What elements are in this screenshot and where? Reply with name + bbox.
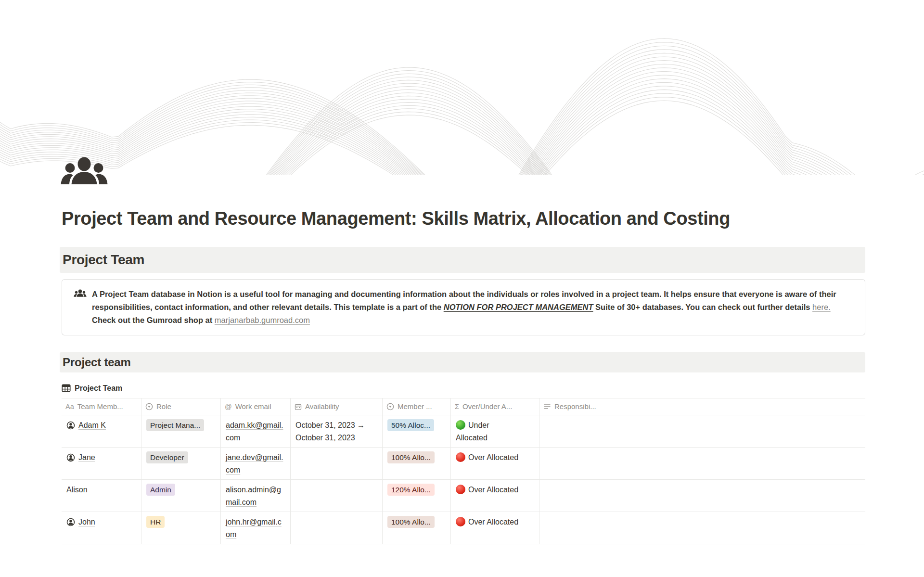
email-value: jane.dev@gmail.com <box>226 453 283 474</box>
heading-project-team-label: Project Team <box>63 252 144 267</box>
column-header-role[interactable]: Role <box>141 398 221 415</box>
heading-project-team: Project Team <box>60 247 865 273</box>
heading-project-team-lower-label: Project team <box>63 356 131 369</box>
cell-role[interactable]: Project Mana... <box>141 415 221 447</box>
cell-responsibility[interactable] <box>539 415 865 447</box>
person-icon <box>66 453 75 462</box>
cell-over-under-allocation[interactable]: Over Allocated <box>451 448 539 479</box>
red-circle-icon <box>456 452 465 462</box>
link-here[interactable]: here. <box>812 303 831 311</box>
title-icon: Aa <box>65 403 74 410</box>
cell-member-allocation[interactable]: 100% Allo... <box>383 512 451 544</box>
availability-value: October 31, 2023 → October 31, 2023 <box>295 421 365 442</box>
member-name: Jane <box>78 451 95 464</box>
allocation-tag: 100% Allo... <box>387 451 435 463</box>
select-icon <box>145 403 153 410</box>
formula-icon: Σ <box>455 403 459 410</box>
cell-team-member[interactable]: Jane <box>62 448 141 479</box>
cell-team-member[interactable]: John <box>62 512 141 544</box>
column-header-team-member[interactable]: Aa Team Memb... <box>62 398 141 415</box>
cell-responsibility[interactable] <box>539 480 865 512</box>
link-notion-for-project-management[interactable]: NOTION FOR PROJECT MANAGEMENT <box>444 303 593 311</box>
column-header-responsibility[interactable]: Responsibi... <box>539 398 865 415</box>
callout-text: A Project Team database in Notion is a u… <box>92 288 854 327</box>
cell-role[interactable]: HR <box>141 512 221 544</box>
status-value: Over Allocated <box>456 516 521 528</box>
cell-work-email[interactable]: adam.kk@gmail.com <box>221 415 291 447</box>
email-value: adam.kk@gmail.com <box>226 421 283 442</box>
column-header-availability[interactable]: Availability <box>291 398 383 415</box>
wave-pattern <box>0 0 924 175</box>
cell-role[interactable]: Developer <box>141 448 221 479</box>
column-label: Work email <box>235 400 271 413</box>
status-value: Under Allocated <box>456 419 521 444</box>
callout-body: Check out the Gumroad shop at <box>92 316 215 324</box>
cell-responsibility[interactable] <box>539 512 865 544</box>
allocation-tag: 100% Allo... <box>387 516 435 528</box>
cell-over-under-allocation[interactable]: Over Allocated <box>451 512 539 544</box>
allocation-tag: 50% Alloc... <box>387 419 434 431</box>
cell-responsibility[interactable] <box>539 448 865 479</box>
cell-over-under-allocation[interactable]: Under Allocated <box>451 415 539 447</box>
heading-project-team-lower: Project team <box>60 352 865 372</box>
cell-member-allocation[interactable]: 50% Alloc... <box>383 415 451 447</box>
cell-work-email[interactable]: jane.dev@gmail.com <box>221 448 291 479</box>
column-label: Over/Under A... <box>462 400 512 413</box>
column-label: Role <box>156 400 171 413</box>
role-tag: Admin <box>146 484 175 496</box>
green-circle-icon <box>456 420 465 430</box>
role-tag: Developer <box>146 451 188 463</box>
callout: A Project Team database in Notion is a u… <box>62 279 865 335</box>
role-tag: HR <box>146 516 165 528</box>
column-label: Team Memb... <box>77 400 123 413</box>
status-value: Over Allocated <box>456 484 521 496</box>
cover-image <box>0 0 924 175</box>
link-gumroad[interactable]: marjanarbab.gumroad.com <box>215 316 310 324</box>
project-team-table: Aa Team Memb... Role @ Work email <box>62 398 865 544</box>
email-icon: @ <box>225 403 232 410</box>
callout-body: Suite of 30+ databases. You can check ou… <box>593 303 813 311</box>
person-icon <box>66 518 75 526</box>
member-name: John <box>78 516 95 528</box>
status-label: Over Allocated <box>468 453 518 462</box>
table-row: Jane Developer jane.dev@gmail.com 100% A… <box>62 448 865 480</box>
cell-work-email[interactable]: john.hr@gmail.com <box>221 512 291 544</box>
table-row: Alison Admin alison.admin@gmail.com 120%… <box>62 480 865 512</box>
red-circle-icon <box>456 517 465 526</box>
page-title[interactable]: Project Team and Resource Management: Sk… <box>62 208 865 229</box>
column-header-member-allocation[interactable]: Member ... <box>383 398 451 415</box>
people-group-icon <box>74 288 87 327</box>
select-icon <box>386 403 394 410</box>
member-name: Alison <box>66 484 88 496</box>
cell-role[interactable]: Admin <box>141 480 221 512</box>
text-icon <box>543 403 551 410</box>
cell-availability[interactable] <box>291 480 383 512</box>
cell-availability[interactable] <box>291 512 383 544</box>
person-icon <box>66 421 75 430</box>
column-header-work-email[interactable]: @ Work email <box>221 398 291 415</box>
table-header-row: Aa Team Memb... Role @ Work email <box>62 398 865 415</box>
email-value: alison.admin@gmail.com <box>226 486 281 506</box>
table-icon <box>62 384 71 393</box>
cell-availability[interactable] <box>291 448 383 479</box>
allocation-tag: 120% Allo... <box>387 484 435 496</box>
cell-member-allocation[interactable]: 120% Allo... <box>383 480 451 512</box>
email-value: john.hr@gmail.com <box>226 518 282 539</box>
column-label: Responsibi... <box>554 400 596 413</box>
cell-team-member[interactable]: Adam K <box>62 415 141 447</box>
status-label: Over Allocated <box>468 518 518 526</box>
cell-work-email[interactable]: alison.admin@gmail.com <box>221 480 291 512</box>
date-icon <box>295 403 302 410</box>
cell-over-under-allocation[interactable]: Over Allocated <box>451 480 539 512</box>
role-tag: Project Mana... <box>146 419 204 431</box>
status-value: Over Allocated <box>456 451 521 464</box>
column-label: Availability <box>305 400 339 413</box>
column-header-over-under-allocation[interactable]: Σ Over/Under A... <box>451 398 539 415</box>
cell-member-allocation[interactable]: 100% Allo... <box>383 448 451 479</box>
cell-team-member[interactable]: Alison <box>62 480 141 512</box>
column-label: Member ... <box>398 400 432 413</box>
database-title-label: Project Team <box>75 384 122 393</box>
status-label: Over Allocated <box>468 486 518 494</box>
cell-availability[interactable]: October 31, 2023 → October 31, 2023 <box>291 415 383 447</box>
database-title[interactable]: Project Team <box>62 384 122 393</box>
